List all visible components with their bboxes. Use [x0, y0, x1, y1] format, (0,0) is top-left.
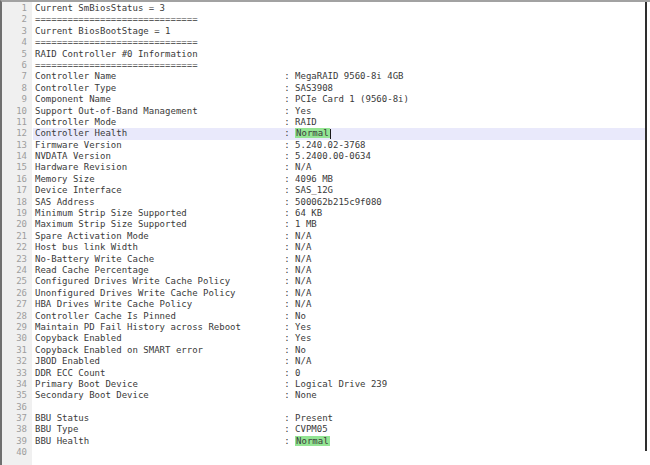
log-line[interactable]: 3Current BiosBootStage = 1 [2, 26, 645, 37]
log-line[interactable]: 28Controller Cache Is Pinned : No [2, 311, 645, 322]
line-number: 38 [2, 424, 33, 435]
field-value: Yes [295, 333, 311, 343]
log-line[interactable]: 2============================== [2, 14, 645, 25]
log-line[interactable]: 10Support Out-of-Band Management : Yes [2, 106, 645, 117]
line-number: 6 [2, 60, 33, 71]
line-text: Minimum Strip Size Supported : 64 KB [33, 208, 645, 219]
line-number: 36 [2, 402, 33, 413]
editor-canvas[interactable]: 1Current SmBiosStatus = 32==============… [2, 3, 645, 459]
line-text: Maximum Strip Size Supported : 1 MB [33, 219, 645, 230]
text-editor-window: 1Current SmBiosStatus = 32==============… [0, 0, 650, 465]
log-line[interactable]: 18SAS Address : 500062b215c9f080 [2, 197, 645, 208]
log-line[interactable]: 20Maximum Strip Size Supported : 1 MB [2, 219, 645, 230]
text-caret [330, 129, 331, 139]
line-text: Maintain PD Fail History across Reboot :… [33, 322, 645, 333]
field-value: 4096 MB [295, 174, 333, 184]
log-line[interactable]: 33DDR ECC Count : 0 [2, 368, 645, 379]
line-number: 30 [2, 333, 33, 344]
log-line[interactable]: 35Secondary Boot Device : None [2, 390, 645, 401]
line-text: ============================== [33, 60, 645, 71]
log-line[interactable]: 24Read Cache Percentage : N/A [2, 265, 645, 276]
line-number: 9 [2, 94, 33, 105]
log-line[interactable]: 17Device Interface : SAS_12G [2, 185, 645, 196]
log-line[interactable]: 26Unonfigured Drives Write Cache Policy … [2, 288, 645, 299]
line-text: Firmware Version : 5.240.02-3768 [33, 140, 645, 151]
field-value: RAID [295, 117, 317, 127]
log-line[interactable]: 32JBOD Enabled : N/A [2, 356, 645, 367]
log-line[interactable]: 34Primary Boot Device : Logical Drive 23… [2, 379, 645, 390]
line-number: 25 [2, 276, 33, 287]
line-number: 37 [2, 413, 33, 424]
line-number: 8 [2, 83, 33, 94]
log-line[interactable]: 37BBU Status : Present [2, 413, 645, 424]
log-line[interactable]: 12Controller Health : Normal [2, 128, 645, 139]
line-text: Component Name : PCIe Card 1 (9560-8i) [33, 94, 645, 105]
log-line[interactable]: 4============================== [2, 37, 645, 48]
field-value: Present [295, 413, 333, 423]
line-number: 12 [2, 128, 33, 139]
field-value: SAS3908 [295, 83, 333, 93]
line-text [33, 447, 645, 458]
log-line[interactable]: 14NVDATA Version : 5.2400.00-0634 [2, 151, 645, 162]
log-line[interactable]: 16Memory Size : 4096 MB [2, 174, 645, 185]
line-number: 15 [2, 162, 33, 173]
log-line[interactable]: 25Configured Drives Write Cache Policy :… [2, 276, 645, 287]
log-line[interactable]: 5RAID Controller #0 Information [2, 49, 645, 60]
line-number: 28 [2, 311, 33, 322]
line-number: 16 [2, 174, 33, 185]
log-line[interactable]: 22Host bus link Width : N/A [2, 242, 645, 253]
field-value: 500062b215c9f080 [295, 197, 382, 207]
line-text: Support Out-of-Band Management : Yes [33, 106, 645, 117]
log-line[interactable]: 11Controller Mode : RAID [2, 117, 645, 128]
log-line[interactable]: 30Copyback Enabled : Yes [2, 333, 645, 344]
log-line[interactable]: 40 [2, 447, 645, 458]
line-number: 26 [2, 288, 33, 299]
field-value: No [295, 311, 306, 321]
log-line[interactable]: 38BBU Type : CVPM05 [2, 424, 645, 435]
log-line[interactable]: 13Firmware Version : 5.240.02-3768 [2, 140, 645, 151]
log-line[interactable]: 31Copyback Enabled on SMART error : No [2, 345, 645, 356]
log-line[interactable]: 7Controller Name : MegaRAID 9560-8i 4GB [2, 71, 645, 82]
line-text: ============================== [33, 37, 645, 48]
line-text: Read Cache Percentage : N/A [33, 265, 645, 276]
field-value: CVPM05 [295, 424, 328, 434]
log-line[interactable]: 8Controller Type : SAS3908 [2, 83, 645, 94]
field-value: SAS_12G [295, 185, 333, 195]
log-line[interactable]: 19Minimum Strip Size Supported : 64 KB [2, 208, 645, 219]
field-value: 1 MB [295, 219, 317, 229]
log-line[interactable]: 39BBU Health : Normal [2, 436, 645, 447]
line-text: BBU Type : CVPM05 [33, 424, 645, 435]
line-number: 35 [2, 390, 33, 401]
line-number: 22 [2, 242, 33, 253]
line-text: BBU Health : Normal [33, 436, 645, 447]
log-line[interactable]: 23No-Battery Write Cache : N/A [2, 254, 645, 265]
log-line[interactable]: 9Component Name : PCIe Card 1 (9560-8i) [2, 94, 645, 105]
line-text: Spare Activation Mode : N/A [33, 231, 645, 242]
field-value: 5.2400.00-0634 [295, 151, 371, 161]
line-text: HBA Drives Write Cache Policy : N/A [33, 299, 645, 310]
log-line[interactable]: 15Hardware Revision : N/A [2, 162, 645, 173]
line-text: SAS Address : 500062b215c9f080 [33, 197, 645, 208]
line-text: Current BiosBootStage = 1 [33, 26, 645, 37]
line-number: 10 [2, 106, 33, 117]
log-line[interactable]: 29Maintain PD Fail History across Reboot… [2, 322, 645, 333]
line-number: 19 [2, 208, 33, 219]
line-number: 4 [2, 37, 33, 48]
line-text: DDR ECC Count : 0 [33, 368, 645, 379]
log-line[interactable]: 1Current SmBiosStatus = 3 [2, 3, 645, 14]
line-number: 34 [2, 379, 33, 390]
line-number: 18 [2, 197, 33, 208]
line-text: No-Battery Write Cache : N/A [33, 254, 645, 265]
field-value: N/A [295, 299, 311, 309]
line-number: 32 [2, 356, 33, 367]
log-line[interactable]: 27HBA Drives Write Cache Policy : N/A [2, 299, 645, 310]
line-number: 24 [2, 265, 33, 276]
log-line[interactable]: 36 [2, 402, 645, 413]
field-value: N/A [295, 254, 311, 264]
highlighted-match: Normal [295, 436, 330, 446]
field-value: None [295, 390, 317, 400]
log-line[interactable]: 6============================== [2, 60, 645, 71]
log-line[interactable]: 21Spare Activation Mode : N/A [2, 231, 645, 242]
field-value: No [295, 345, 306, 355]
line-text: Controller Health : Normal [33, 128, 645, 139]
